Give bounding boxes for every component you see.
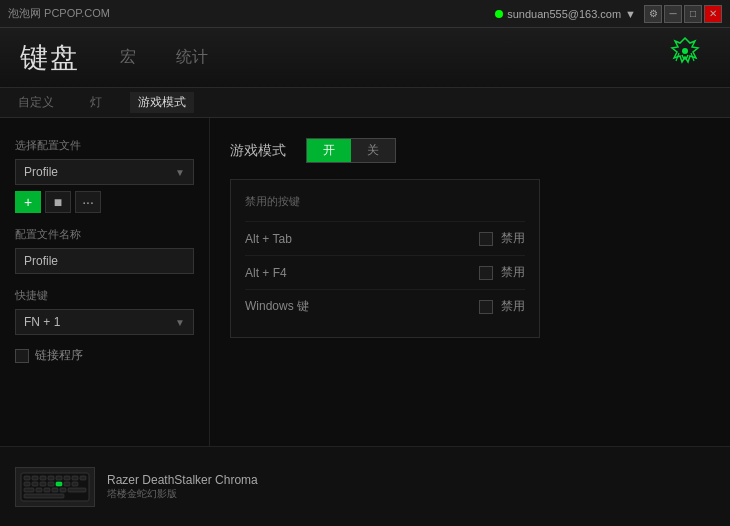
svg-rect-4: [40, 476, 46, 480]
top-bar: 泡泡网 PCPOP.COM sunduan555@163.com ▼ ⚙ ─ □…: [0, 0, 730, 28]
svg-rect-11: [32, 482, 38, 486]
svg-rect-3: [32, 476, 38, 480]
username: sunduan555@163.com: [507, 8, 621, 20]
key-alt-tab-toggle: 禁用: [479, 230, 525, 247]
toggle-off-button[interactable]: 关: [351, 139, 395, 162]
profile-section-label: 选择配置文件: [15, 138, 194, 153]
key-alt-tab-label: 禁用: [501, 230, 525, 247]
shortcut-section: 快捷键 FN + 1 ▼: [15, 288, 194, 335]
profile-dropdown-arrow: ▼: [175, 167, 185, 178]
user-info: sunduan555@163.com ▼: [495, 8, 636, 20]
subtab-custom[interactable]: 自定义: [10, 92, 62, 113]
site-label: 泡泡网 PCPOP.COM: [8, 6, 110, 21]
disabled-keys-panel: 禁用的按键 Alt + Tab 禁用 Alt + F4 禁用 Windows 键: [230, 179, 540, 338]
key-windows-toggle: 禁用: [479, 298, 525, 315]
svg-rect-14: [56, 482, 62, 486]
svg-rect-23: [24, 494, 64, 498]
svg-rect-19: [44, 488, 50, 492]
key-windows-checkbox[interactable]: [479, 300, 493, 314]
bottom-bar: Razer DeathStalker Chroma 塔楼金蛇幻影版: [0, 446, 730, 526]
svg-rect-7: [64, 476, 70, 480]
add-profile-button[interactable]: +: [15, 191, 41, 213]
profile-dropdown-value: Profile: [24, 165, 58, 179]
dropdown-arrow-user: ▼: [625, 8, 636, 20]
device-name: Razer DeathStalker Chroma: [107, 473, 258, 487]
key-alt-f4-label: 禁用: [501, 264, 525, 281]
link-app-label: 链接程序: [35, 347, 83, 364]
more-profile-button[interactable]: ···: [75, 191, 101, 213]
device-thumbnail[interactable]: [15, 467, 95, 507]
svg-rect-21: [60, 488, 66, 492]
key-alt-f4-toggle: 禁用: [479, 264, 525, 281]
link-app-checkbox[interactable]: [15, 349, 29, 363]
svg-rect-15: [64, 482, 70, 486]
left-sidebar: 选择配置文件 Profile ▼ + ■ ··· 配置文件名称 快捷键 FN +…: [0, 118, 210, 446]
svg-rect-12: [40, 482, 46, 486]
profile-name-label: 配置文件名称: [15, 227, 194, 242]
key-alt-f4-checkbox[interactable]: [479, 266, 493, 280]
disabled-keys-title: 禁用的按键: [245, 194, 525, 209]
shortcut-value: FN + 1: [24, 315, 60, 329]
right-content: 游戏模式 开 关 禁用的按键 Alt + Tab 禁用 Alt + F4 禁用: [210, 118, 730, 446]
subtab-gamemode[interactable]: 游戏模式: [130, 92, 194, 113]
shortcut-dropdown[interactable]: FN + 1 ▼: [15, 309, 194, 335]
svg-rect-22: [68, 488, 86, 492]
key-windows: Windows 键: [245, 298, 309, 315]
svg-rect-18: [36, 488, 42, 492]
key-row-windows: Windows 键 禁用: [245, 289, 525, 323]
close-button[interactable]: ✕: [704, 5, 722, 23]
shortcut-arrow: ▼: [175, 317, 185, 328]
svg-rect-2: [24, 476, 30, 480]
toggle-on-button[interactable]: 开: [307, 139, 351, 162]
svg-rect-17: [24, 488, 34, 492]
game-mode-toggle-group: 开 关: [306, 138, 396, 163]
tab-macro[interactable]: 宏: [120, 43, 136, 72]
svg-rect-8: [72, 476, 78, 480]
minimize-button[interactable]: ─: [664, 5, 682, 23]
key-alt-f4: Alt + F4: [245, 266, 287, 280]
svg-rect-10: [24, 482, 30, 486]
game-mode-header: 游戏模式 开 关: [230, 138, 710, 163]
key-alt-tab: Alt + Tab: [245, 232, 292, 246]
svg-rect-20: [52, 488, 58, 492]
sub-tab-bar: 自定义 灯 游戏模式: [0, 88, 730, 118]
game-mode-title: 游戏模式: [230, 142, 286, 160]
main-content: 选择配置文件 Profile ▼ + ■ ··· 配置文件名称 快捷键 FN +…: [0, 118, 730, 446]
svg-rect-6: [56, 476, 62, 480]
device-info: Razer DeathStalker Chroma 塔楼金蛇幻影版: [107, 473, 258, 501]
profile-actions: + ■ ···: [15, 191, 194, 213]
razer-logo: [660, 33, 710, 83]
profile-name-input[interactable]: [15, 248, 194, 274]
key-row-alt-f4: Alt + F4 禁用: [245, 255, 525, 289]
profile-dropdown[interactable]: Profile ▼: [15, 159, 194, 185]
top-bar-right: sunduan555@163.com ▼ ⚙ ─ □ ✕: [495, 5, 722, 23]
key-alt-tab-checkbox[interactable]: [479, 232, 493, 246]
app-title: 键盘: [20, 39, 80, 77]
device-sub: 塔楼金蛇幻影版: [107, 487, 258, 501]
header-tabs: 宏 统计: [120, 43, 208, 72]
svg-rect-16: [72, 482, 78, 486]
svg-rect-13: [48, 482, 54, 486]
key-windows-label: 禁用: [501, 298, 525, 315]
key-row-alt-tab: Alt + Tab 禁用: [245, 221, 525, 255]
subtab-light[interactable]: 灯: [82, 92, 110, 113]
edit-profile-button[interactable]: ■: [45, 191, 71, 213]
svg-rect-5: [48, 476, 54, 480]
app-header: 键盘 宏 统计: [0, 28, 730, 88]
online-indicator: [495, 10, 503, 18]
link-app-row: 链接程序: [15, 347, 194, 364]
svg-rect-9: [80, 476, 86, 480]
shortcut-label: 快捷键: [15, 288, 194, 303]
settings-button[interactable]: ⚙: [644, 5, 662, 23]
tab-stats[interactable]: 统计: [176, 43, 208, 72]
window-controls: ⚙ ─ □ ✕: [644, 5, 722, 23]
svg-point-0: [682, 48, 688, 54]
maximize-button[interactable]: □: [684, 5, 702, 23]
